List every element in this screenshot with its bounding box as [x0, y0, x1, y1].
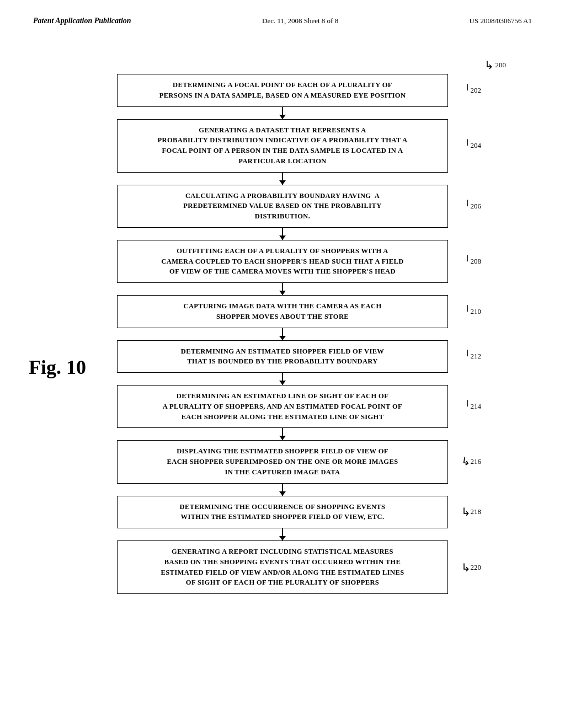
- step-row-218: DETERMINING THE OCCURRENCE OF SHOPPING E…: [117, 496, 448, 529]
- step-label-208: ╵ 208: [464, 256, 482, 267]
- header-publication-type: Patent Application Publication: [33, 17, 131, 25]
- arrow-6: [282, 373, 283, 385]
- step-box-208: OUTFITTING EACH OF A PLURALITY OF SHOPPE…: [117, 240, 448, 283]
- step-label-202: ╵ 202: [464, 85, 482, 96]
- step-row-212: DETERMINING AN ESTIMATED SHOPPER FIELD O…: [117, 340, 448, 373]
- step-row-216: DISPLAYING THE ESTIMATED SHOPPER FIELD O…: [117, 440, 448, 483]
- arrow-1: [282, 107, 283, 119]
- arrow-2: [282, 173, 283, 185]
- header-patent-number: US 2008/0306756 A1: [470, 17, 532, 25]
- arrow-9: [282, 528, 283, 540]
- step-row-206: CALCULATING A PROBABILITY BOUNDARY HAVIN…: [117, 185, 448, 228]
- step-row-214: DETERMINING AN ESTIMATED LINE OF SIGHT O…: [117, 385, 448, 428]
- main-content: ↳ 200 DETERMINING A FOCAL POINT OF EACH …: [0, 25, 565, 616]
- figure-label: Fig. 10: [29, 356, 86, 379]
- step-row-208: OUTFITTING EACH OF A PLURALITY OF SHOPPE…: [117, 240, 448, 283]
- header-date-sheet: Dec. 11, 2008 Sheet 8 of 8: [262, 17, 338, 25]
- arrow-8: [282, 484, 283, 496]
- step-box-214: DETERMINING AN ESTIMATED LINE OF SIGHT O…: [117, 385, 448, 428]
- step-row-220: GENERATING A REPORT INCLUDING STATISTICA…: [117, 540, 448, 594]
- arrow-5: [282, 328, 283, 340]
- arrow-4: [282, 283, 283, 295]
- step-row-210: CAPTURING IMAGE DATA WITH THE CAMERA AS …: [117, 295, 448, 328]
- step-label-220: ↳ 220: [461, 562, 482, 573]
- step-box-202: DETERMINING A FOCAL POINT OF EACH OF A P…: [117, 74, 448, 107]
- page-header: Patent Application Publication Dec. 11, …: [0, 0, 565, 25]
- step-box-212: DETERMINING AN ESTIMATED SHOPPER FIELD O…: [117, 340, 448, 373]
- arrow-3: [282, 228, 283, 240]
- step-row-202: DETERMINING A FOCAL POINT OF EACH OF A P…: [117, 74, 448, 107]
- step-label-212: ╵ 212: [464, 351, 482, 362]
- step-box-220: GENERATING A REPORT INCLUDING STATISTICA…: [117, 540, 448, 594]
- step-label-206: ╵ 206: [464, 201, 482, 212]
- start-marker: ↳ 200: [484, 58, 507, 72]
- step-label-218: ↳ 218: [461, 506, 482, 517]
- step-label-210: ╵ 210: [464, 306, 482, 317]
- step-box-218: DETERMINING THE OCCURRENCE OF SHOPPING E…: [117, 496, 448, 529]
- step-row-204: GENERATING A DATASET THAT REPRESENTS A P…: [117, 119, 448, 173]
- step-box-206: CALCULATING A PROBABILITY BOUNDARY HAVIN…: [117, 185, 448, 228]
- step-label-214: ╵ 214: [464, 401, 482, 412]
- arrow-7: [282, 428, 283, 440]
- step-label-216: ↳ 216: [461, 456, 482, 467]
- step-box-204: GENERATING A DATASET THAT REPRESENTS A P…: [117, 119, 448, 173]
- step-box-216: DISPLAYING THE ESTIMATED SHOPPER FIELD O…: [117, 440, 448, 483]
- flow-diagram: ↳ 200 DETERMINING A FOCAL POINT OF EACH …: [117, 64, 448, 594]
- step-box-210: CAPTURING IMAGE DATA WITH THE CAMERA AS …: [117, 295, 448, 328]
- step-label-204: ╵ 204: [464, 140, 482, 151]
